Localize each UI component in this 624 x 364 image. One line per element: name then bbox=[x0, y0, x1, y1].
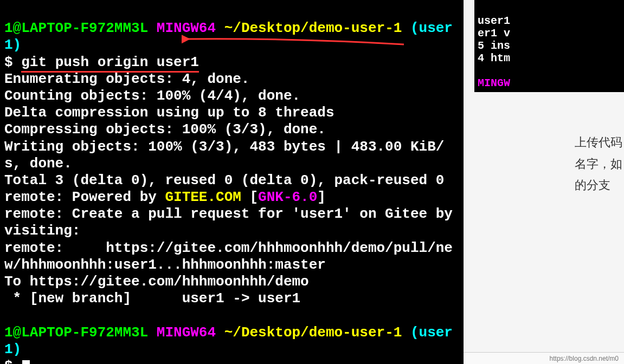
browser-status-bar: https://blog.csdn.net/m0 bbox=[464, 352, 624, 364]
prompt-shell: MINGW64 bbox=[157, 20, 216, 36]
prompt-symbol: $ bbox=[4, 358, 13, 364]
output-line: Total 3 (delta 0), reused 0 (delta 0), p… bbox=[4, 172, 444, 188]
prompt-path: ~/Desktop/demo-user-1 bbox=[224, 20, 402, 36]
output-line: Writing objects: 100% (3/3), 483 bytes |… bbox=[4, 139, 444, 172]
page-side-text: 上传代码 名字，如 的分支 bbox=[575, 132, 622, 196]
output-line: Enumerating objects: 4, done. bbox=[4, 71, 249, 87]
output-line: Compressing objects: 100% (3/3), done. bbox=[4, 121, 326, 138]
prompt-symbol: $ bbox=[4, 54, 13, 70]
side-text-line: 名字，如 bbox=[575, 153, 622, 175]
frag-line: er1 v bbox=[478, 27, 510, 40]
prompt-path: ~/Desktop/demo-user-1 bbox=[224, 324, 402, 341]
gitee-host: GITEE.COM bbox=[165, 189, 241, 205]
secondary-terminal-fragment: user1 er1 v 5 ins 4 htm MINGW bbox=[474, 0, 624, 92]
git-bash-terminal[interactable]: 1@LAPTOP-F972MM3L MINGW64 ~/Desktop/demo… bbox=[0, 0, 464, 364]
output-line: remote: Powered by bbox=[4, 189, 165, 205]
prompt-shell: MINGW64 bbox=[157, 324, 216, 341]
frag-shell: MINGW bbox=[478, 77, 510, 89]
frag-line: user1 bbox=[478, 15, 510, 27]
output-line: Delta compression using up to 8 threads bbox=[4, 105, 334, 121]
prompt-user-host: 1@LAPTOP-F972MM3L bbox=[4, 20, 148, 36]
command-input: git push origin user1 bbox=[21, 54, 199, 73]
output-line: To https://gitee.com/hhhmoonhhh/demo bbox=[4, 274, 309, 290]
output-line: * [new branch] user1 -> user1 bbox=[4, 290, 300, 307]
side-text-line: 的分支 bbox=[575, 174, 622, 196]
status-url: https://blog.csdn.net/m0 bbox=[550, 355, 619, 362]
side-text-line: 上传代码 bbox=[575, 132, 622, 153]
gnk-version: GNK-6.0 bbox=[258, 189, 317, 205]
terminal-cursor[interactable] bbox=[22, 360, 30, 364]
output-line: Counting objects: 100% (4/4), done. bbox=[4, 88, 300, 104]
frag-line: 4 htm bbox=[478, 52, 510, 64]
prompt-user-host: 1@LAPTOP-F972MM3L bbox=[4, 324, 148, 341]
output-line: remote: Create a pull request for 'user1… bbox=[4, 206, 461, 239]
frag-line: 5 ins bbox=[478, 40, 510, 52]
output-line: remote: https://gitee.com/hhhmoonhhh/dem… bbox=[4, 240, 453, 273]
